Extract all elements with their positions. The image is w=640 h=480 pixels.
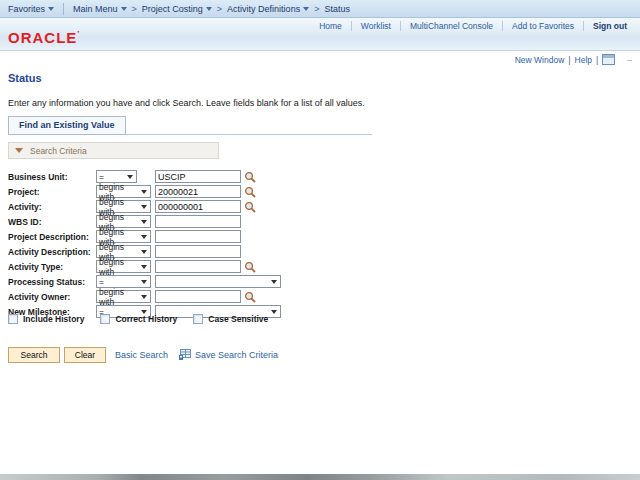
chevron-down-icon — [141, 265, 147, 269]
case-sensitive-checkbox[interactable] — [193, 314, 203, 324]
search-form: Business Unit: = Project: begins with Ac… — [8, 169, 281, 319]
lookup-icon[interactable] — [244, 171, 256, 183]
include-history-checkbox[interactable] — [8, 314, 18, 324]
chevron-down-icon — [141, 310, 147, 314]
breadcrumb-item-label: Main Menu — [73, 4, 118, 14]
operator-value: = — [99, 172, 104, 182]
breadcrumb-main-menu[interactable]: Main Menu — [73, 4, 127, 14]
lookup-icon[interactable] — [244, 186, 256, 198]
tab-bar: Find an Existing Value — [8, 117, 372, 135]
breadcrumb-status: Status — [324, 4, 350, 14]
form-row-activity-description: Activity Description: begins with — [8, 244, 281, 259]
new-window-link[interactable]: New Window — [515, 55, 565, 65]
checkbox-label: Correct History — [115, 314, 177, 324]
help-link[interactable]: Help — [575, 55, 592, 65]
activity-type-input[interactable] — [155, 260, 241, 273]
breadcrumb: Favorites Main Menu > Project Costing > … — [0, 0, 640, 18]
field-label: Project Description: — [8, 232, 96, 242]
chevron-down-icon — [141, 205, 147, 209]
worklist-link[interactable]: Worklist — [352, 21, 400, 31]
window-icon[interactable] — [602, 54, 615, 65]
activity-description-input[interactable] — [155, 245, 241, 258]
wbs-id-input[interactable] — [155, 215, 241, 228]
operator-select-activity-type[interactable]: begins with — [96, 260, 151, 273]
activity-owner-input[interactable] — [155, 290, 241, 303]
breadcrumb-separator: > — [314, 4, 319, 14]
chevron-down-icon — [141, 220, 147, 224]
include-history-option: Include History — [8, 314, 84, 324]
search-criteria-label: Search Criteria — [30, 146, 87, 156]
form-row-activity-type: Activity Type: begins with — [8, 259, 281, 274]
case-sensitive-option: Case Sensitive — [193, 314, 268, 324]
checkbox-label: Include History — [23, 314, 84, 324]
page-title: Status — [8, 72, 42, 84]
search-button[interactable]: Search — [8, 347, 60, 363]
pagebar-divider: | — [568, 55, 570, 65]
search-criteria-header[interactable]: Search Criteria — [8, 142, 219, 159]
form-row-wbs-id: WBS ID: begins with — [8, 214, 281, 229]
chevron-down-icon — [141, 280, 147, 284]
field-label: Activity Owner: — [8, 292, 96, 302]
chevron-down-icon — [141, 250, 147, 254]
operator-select-activity-owner[interactable]: begins with — [96, 290, 151, 303]
processing-status-select[interactable] — [155, 275, 281, 288]
form-row-business-unit: Business Unit: = — [8, 169, 281, 184]
operator-value: begins with — [99, 287, 141, 307]
chevron-down-icon — [141, 295, 147, 299]
chevron-down-icon — [141, 235, 147, 239]
lookup-icon[interactable] — [244, 201, 256, 213]
home-link[interactable]: Home — [310, 21, 351, 31]
business-unit-input[interactable] — [155, 170, 241, 183]
page-action-bar: New Window | Help | – — [515, 54, 632, 65]
form-row-activity-owner: Activity Owner: begins with — [8, 289, 281, 304]
sign-out-link[interactable]: Sign out — [584, 21, 636, 31]
save-search-icon[interactable] — [178, 349, 191, 361]
app-header: ORACLE Home Worklist MultiChannel Consol… — [0, 18, 640, 51]
field-label: Project: — [8, 187, 96, 197]
chevron-down-icon — [121, 7, 127, 11]
breadcrumb-divider — [63, 3, 64, 15]
bottom-window-edge — [0, 474, 640, 480]
application-window: Favorites Main Menu > Project Costing > … — [0, 0, 640, 480]
collapse-triangle-icon — [15, 148, 23, 153]
chevron-down-icon — [48, 7, 54, 11]
chevron-down-icon — [271, 310, 277, 314]
field-label: Activity Type: — [8, 262, 96, 272]
dash-decoration: – — [627, 55, 632, 65]
basic-search-link[interactable]: Basic Search — [115, 350, 168, 360]
chevron-down-icon — [141, 190, 147, 194]
header-links: Home Worklist MultiChannel Console Add t… — [310, 19, 636, 32]
lookup-icon[interactable] — [244, 261, 256, 273]
chevron-down-icon — [206, 7, 212, 11]
field-label: Processing Status: — [8, 277, 96, 287]
form-row-project-description: Project Description: begins with — [8, 229, 281, 244]
project-description-input[interactable] — [155, 230, 241, 243]
project-input[interactable] — [155, 185, 241, 198]
chevron-down-icon — [303, 7, 309, 11]
add-to-favorites-link[interactable]: Add to Favorites — [503, 21, 583, 31]
breadcrumb-favorites-label: Favorites — [8, 4, 45, 14]
history-options: Include History Correct History Case Sen… — [8, 314, 268, 324]
breadcrumb-item-label: Status — [324, 4, 350, 14]
field-label: Business Unit: — [8, 172, 96, 182]
oracle-logo: ORACLE — [8, 29, 81, 46]
form-row-processing-status: Processing Status: = — [8, 274, 281, 289]
multichannel-console-link[interactable]: MultiChannel Console — [401, 21, 502, 31]
checkbox-label: Case Sensitive — [208, 314, 268, 324]
breadcrumb-separator: > — [217, 4, 222, 14]
operator-value: begins with — [99, 257, 141, 277]
tab-find-existing-value[interactable]: Find an Existing Value — [8, 116, 126, 135]
activity-input[interactable] — [155, 200, 241, 213]
breadcrumb-favorites[interactable]: Favorites — [8, 4, 54, 14]
correct-history-checkbox[interactable] — [100, 314, 110, 324]
clear-button[interactable]: Clear — [64, 347, 106, 363]
pagebar-divider: | — [596, 55, 598, 65]
breadcrumb-separator: > — [132, 4, 137, 14]
form-row-activity: Activity: begins with — [8, 199, 281, 214]
lookup-icon[interactable] — [244, 291, 256, 303]
chevron-down-icon — [127, 175, 133, 179]
breadcrumb-project-costing[interactable]: Project Costing — [142, 4, 212, 14]
field-label: WBS ID: — [8, 217, 96, 227]
breadcrumb-activity-definitions[interactable]: Activity Definitions — [227, 4, 309, 14]
save-search-criteria-link[interactable]: Save Search Criteria — [195, 350, 278, 360]
